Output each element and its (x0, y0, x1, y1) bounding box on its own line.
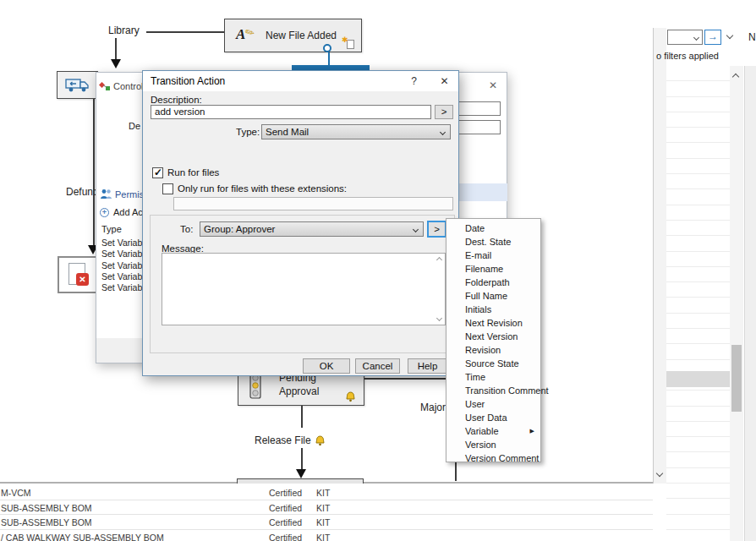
menu-item-user-data[interactable]: User Data (446, 411, 540, 424)
go-arrow-button[interactable]: → (704, 30, 721, 45)
cell-state: Certified (269, 488, 302, 498)
file-table: M-VCMCertifiedKITSUB-ASSEMBLY BOMCertifi… (0, 485, 653, 541)
dialog-title: Transition Action (151, 75, 225, 87)
menu-item-label: Dest. State (465, 237, 511, 247)
menu-item-label: Next Version (465, 331, 518, 342)
menu-item-label: User Data (465, 413, 507, 423)
new-file-added-node[interactable]: A ✎ New File Added ✱ (224, 19, 362, 52)
menu-item-full-name[interactable]: Full Name (446, 289, 540, 303)
table-row[interactable]: SUB-ASSEMBLY BOMCertifiedKIT (0, 515, 653, 530)
ok-button[interactable]: OK (303, 358, 350, 374)
menu-item-version-comment[interactable]: Version Comment (446, 451, 540, 465)
scrollbar-down-icon[interactable] (656, 470, 663, 477)
menu-item-label: Next Revision (465, 318, 523, 328)
background-input-2[interactable] (457, 120, 501, 134)
menu-item-label: Revision (465, 345, 501, 355)
notification-bell-icon (345, 391, 356, 402)
menu-item-initials[interactable]: Initials (446, 303, 540, 316)
arrowhead-release (296, 469, 306, 478)
connector-release-a (301, 406, 303, 428)
major-transition-label[interactable]: Major (420, 402, 446, 413)
truck-state-node[interactable] (57, 71, 98, 99)
run-for-files-checkbox[interactable] (152, 167, 163, 178)
menu-item-label: Full Name (465, 291, 507, 301)
canvas-vertical-scrollbar[interactable] (653, 28, 666, 484)
description-input[interactable]: add version (151, 105, 431, 119)
scroll-up-icon[interactable] (436, 257, 442, 263)
filter-combobox[interactable] (667, 30, 703, 45)
menu-item-version[interactable]: Version (446, 438, 540, 451)
right-panel-selected-row[interactable] (666, 371, 730, 387)
background-dialog-footer (96, 338, 142, 363)
cell-state: Certified (269, 517, 302, 527)
controlled-workflow-icon (99, 81, 111, 92)
menu-item-e-mail[interactable]: E-mail (446, 249, 540, 262)
menu-item-time[interactable]: Time (446, 370, 540, 384)
extensions-input[interactable] (173, 197, 453, 210)
cell-name: SUB-ASSEMBLY BOM (1, 517, 92, 527)
cell-state: Certified (269, 503, 302, 513)
to-combobox[interactable]: Group: Approver (200, 221, 424, 237)
menu-item-label: Variable (465, 426, 499, 436)
extensions-label: Only run for files with these extensions… (178, 183, 347, 194)
menu-item-label: Source State (465, 358, 519, 369)
background-dialog-close-icon[interactable]: ✕ (489, 79, 497, 91)
connector-node-icon[interactable] (323, 44, 331, 52)
cell-type: KIT (316, 533, 330, 541)
background-selected-row[interactable] (459, 183, 507, 201)
released-state-node[interactable] (237, 478, 364, 484)
scrollbar-thumb[interactable] (731, 345, 742, 412)
background-input-1[interactable] (457, 101, 501, 116)
menu-item-date[interactable]: Date (446, 221, 540, 235)
dialog-close-icon[interactable]: ✕ (437, 74, 452, 88)
menu-item-folderpath[interactable]: Folderpath (446, 276, 540, 289)
new-file-icon: ✱ (343, 38, 354, 49)
defunct-state-node[interactable]: ✕ (58, 256, 98, 293)
submenu-arrow-icon: ▶ (530, 424, 534, 438)
right-panel-list[interactable] (666, 66, 730, 541)
table-row[interactable]: SUB-ASSEMBLY BOMCertifiedKIT (0, 500, 653, 516)
menu-item-label: Filename (465, 264, 503, 274)
help-button[interactable]: Help (408, 358, 447, 374)
cell-type: KIT (316, 517, 330, 527)
menu-item-dest-state[interactable]: Dest. State (446, 235, 540, 249)
menu-item-filename[interactable]: Filename (446, 262, 540, 276)
connector-defunct (93, 99, 95, 245)
menu-item-source-state[interactable]: Source State (446, 357, 540, 370)
cell-type: KIT (316, 503, 330, 513)
menu-item-label: Version Comment (465, 453, 539, 463)
dialog-help-icon[interactable]: ? (407, 74, 421, 88)
description-expand-button[interactable]: > (435, 105, 453, 119)
type-combobox[interactable]: Send Mail (261, 124, 451, 139)
scrollbar-up-icon[interactable] (732, 74, 739, 80)
extensions-checkbox[interactable] (162, 183, 173, 194)
menu-item-user[interactable]: User (446, 397, 540, 411)
menu-item-revision[interactable]: Revision (446, 343, 540, 357)
menu-item-transition-comment[interactable]: Transition Comment (446, 384, 540, 397)
connector-release-b (301, 448, 303, 470)
menu-item-label: E-mail (465, 250, 491, 260)
table-row[interactable]: / CAB WALKWAY SUB-ASSEMBLY BOMCertifiedK… (0, 530, 653, 541)
release-file-label[interactable]: Release File (255, 434, 311, 446)
panel-vertical-scrollbar[interactable] (730, 66, 743, 541)
dialog-titlebar[interactable]: Transition Action ? ✕ (143, 71, 458, 91)
fragment-de-label: De (129, 121, 140, 131)
menu-item-next-revision[interactable]: Next Revision (446, 316, 540, 330)
connector-blue-line (328, 52, 330, 66)
cancel-button[interactable]: Cancel (355, 358, 400, 374)
to-expand-button[interactable]: > (427, 221, 446, 238)
chevron-down-icon (413, 227, 419, 232)
table-row[interactable]: M-VCMCertifiedKIT (0, 485, 653, 500)
menu-item-next-version[interactable]: Next Version (446, 330, 540, 343)
cell-name: SUB-ASSEMBLY BOM (1, 503, 92, 513)
library-state-label[interactable]: Library (108, 25, 140, 36)
message-textarea[interactable] (162, 253, 446, 325)
menu-item-label: Time (465, 372, 485, 382)
cell-name: / CAB WALKWAY SUB-ASSEMBLY BOM (1, 533, 164, 541)
scroll-down-icon[interactable] (436, 315, 442, 321)
menu-item-label: Initials (465, 304, 491, 314)
connector-library-newfile (146, 31, 224, 33)
add-action-plus-icon: + (100, 208, 109, 217)
menu-item-variable[interactable]: Variable▶ (446, 424, 540, 438)
menu-item-label: Version (465, 440, 496, 450)
